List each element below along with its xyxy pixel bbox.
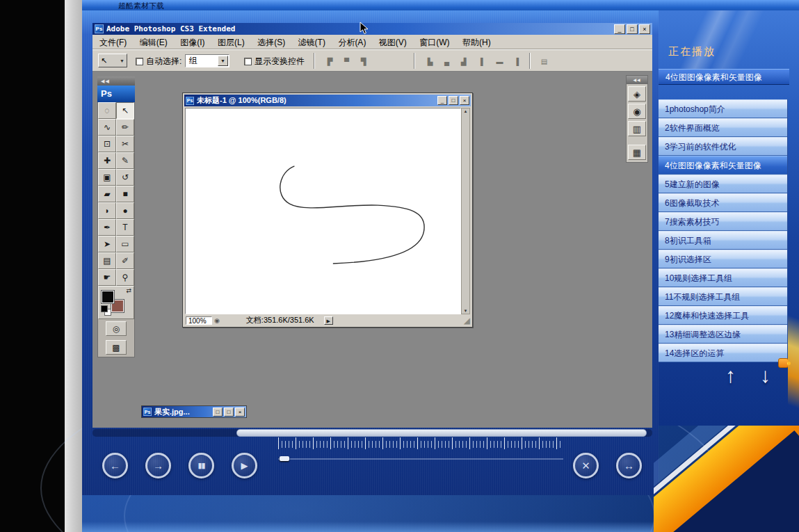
distribute-vcenter-icon[interactable]: ▄ bbox=[440, 55, 453, 67]
playlist-item[interactable]: 12魔棒和快速选择工具 bbox=[659, 306, 787, 325]
playlist-item[interactable]: 7搜索素材技巧 bbox=[659, 212, 787, 231]
menu-file[interactable]: 文件(F) bbox=[95, 35, 131, 49]
tool-type[interactable]: T bbox=[116, 219, 134, 236]
tool-eyedropper[interactable]: ✐ bbox=[116, 252, 134, 269]
auto-select-option[interactable]: 自动选择: bbox=[136, 56, 181, 67]
status-menu-arrow-icon[interactable]: ▶ bbox=[324, 316, 333, 325]
zoom-level[interactable]: 100% bbox=[186, 316, 212, 325]
tool-gradient[interactable]: ■ bbox=[116, 186, 134, 202]
doc-close-button[interactable]: × bbox=[460, 96, 469, 105]
screen-mode-button[interactable]: ▩ bbox=[106, 340, 127, 355]
player-scrollbar-thumb[interactable] bbox=[236, 429, 647, 437]
playlist-item[interactable]: 9初识选择区 bbox=[659, 250, 787, 268]
tool-lasso[interactable]: ∿ bbox=[98, 119, 116, 136]
align-top-icon[interactable]: ▛ bbox=[323, 55, 337, 67]
distribute-hcenter-icon[interactable]: ▬ bbox=[493, 55, 506, 67]
ps-titlebar[interactable]: Ps Adobe Photoshop CS3 Extended _ □ × bbox=[92, 23, 652, 35]
dropdown-arrow-icon[interactable]: ▼ bbox=[218, 56, 228, 66]
tool-quick-select[interactable]: ✏ bbox=[116, 119, 134, 136]
tool-zoom[interactable]: ⚲ bbox=[116, 269, 134, 286]
min-close-button[interactable]: × bbox=[235, 408, 245, 417]
playlist-item[interactable]: 8初识工具箱 bbox=[659, 231, 787, 250]
resize-player-button[interactable]: ↔ bbox=[616, 453, 642, 478]
min-restore-button[interactable]: □ bbox=[213, 408, 223, 417]
tool-slice[interactable]: ✂ bbox=[116, 136, 134, 152]
next-button[interactable]: → bbox=[145, 453, 171, 478]
quick-mask-button[interactable]: ◎ bbox=[106, 321, 127, 336]
doc-maximize-button[interactable]: □ bbox=[449, 96, 458, 105]
menu-analysis[interactable]: 分析(A) bbox=[333, 35, 371, 49]
previous-button[interactable]: ← bbox=[102, 453, 128, 478]
distribute-right-icon[interactable]: ▐ bbox=[510, 55, 523, 67]
canvas[interactable] bbox=[185, 108, 461, 314]
playlist-scroll-down[interactable]: ↓ bbox=[760, 364, 770, 387]
document-titlebar[interactable]: Ps 未标题-1 @ 100%(RGB/8) _ □ × bbox=[184, 95, 471, 106]
menu-edit[interactable]: 编辑(E) bbox=[135, 35, 172, 49]
menu-filter[interactable]: 滤镜(T) bbox=[293, 35, 330, 49]
playlist-item[interactable]: 1photoshop简介 bbox=[659, 99, 787, 118]
palette-histogram-icon[interactable]: ▥ bbox=[628, 121, 646, 136]
workspace-icon[interactable]: ▤ bbox=[538, 55, 551, 67]
tool-path-select[interactable]: ➤ bbox=[98, 236, 116, 252]
playlist-item[interactable]: 6图像截取技术 bbox=[659, 193, 787, 212]
playlist-item[interactable]: 2软件界面概览 bbox=[659, 118, 787, 137]
tool-clone-stamp[interactable]: ▣ bbox=[98, 169, 116, 186]
resize-grip[interactable]: ◢ bbox=[464, 317, 470, 324]
seek-track[interactable] bbox=[278, 458, 563, 460]
tool-notes[interactable]: ▤ bbox=[98, 252, 116, 269]
collapse-dock-icon[interactable]: ◀◀ bbox=[627, 76, 647, 84]
menu-image[interactable]: 图像(I) bbox=[175, 35, 209, 49]
vertical-scrollbar[interactable]: ▲ ▼ bbox=[461, 108, 470, 314]
playlist-item-current[interactable]: 4位图图像像素和矢量图像 bbox=[659, 156, 787, 175]
minimized-document[interactable]: Ps 果实.jpg... □ □ × bbox=[141, 405, 247, 418]
tool-move[interactable]: ↖ bbox=[116, 102, 134, 119]
playlist-item[interactable]: 13精细调整选区边缘 bbox=[659, 325, 787, 344]
align-vcenter-icon[interactable]: ▀ bbox=[340, 55, 353, 67]
default-colors-icon[interactable] bbox=[101, 305, 112, 316]
swap-colors-icon[interactable]: ⇄ bbox=[126, 287, 131, 294]
tool-marquee[interactable]: ◌ bbox=[98, 102, 116, 119]
playlist-item[interactable]: 10规则选择工具组 bbox=[659, 268, 787, 287]
show-transform-option[interactable]: 显示变换控件 bbox=[244, 56, 305, 67]
auto-select-checkbox[interactable] bbox=[136, 58, 143, 65]
show-transform-checkbox[interactable] bbox=[244, 58, 252, 65]
menu-layer[interactable]: 图层(L) bbox=[213, 35, 250, 49]
distribute-left-icon[interactable]: ▌ bbox=[476, 55, 490, 67]
playlist-item[interactable]: 5建立新的图像 bbox=[659, 175, 787, 193]
group-select[interactable]: 组 ▼ bbox=[185, 54, 229, 67]
scroll-down-icon[interactable]: ▼ bbox=[462, 309, 469, 313]
palette-navigator-icon[interactable]: ◉ bbox=[628, 104, 646, 119]
tool-shape[interactable]: ▭ bbox=[116, 236, 134, 252]
playlist-scroll-up[interactable]: ↑ bbox=[725, 364, 736, 387]
tool-history-brush[interactable]: ↺ bbox=[116, 169, 134, 186]
tool-blur[interactable]: ◗ bbox=[98, 202, 116, 219]
distribute-bottom-icon[interactable]: ▟ bbox=[457, 55, 470, 67]
video-area[interactable]: Ps Adobe Photoshop CS3 Extended _ □ × 文件… bbox=[92, 23, 652, 428]
playlist-item[interactable]: 11不规则选择工具组 bbox=[659, 287, 787, 306]
close-player-button[interactable]: ✕ bbox=[573, 453, 599, 478]
palette-swatches-icon[interactable]: ▦ bbox=[628, 145, 646, 160]
tool-healing-brush[interactable]: ✚ bbox=[98, 152, 116, 169]
tool-dodge[interactable]: ● bbox=[116, 202, 134, 219]
menu-window[interactable]: 窗口(W) bbox=[414, 35, 454, 49]
tool-hand[interactable]: ☛ bbox=[98, 269, 116, 286]
tool-pen[interactable]: ✒ bbox=[98, 219, 116, 236]
distribute-top-icon[interactable]: ▙ bbox=[423, 55, 437, 67]
min-maximize-button[interactable]: □ bbox=[224, 408, 234, 417]
doc-minimize-button[interactable]: _ bbox=[437, 96, 447, 105]
info-icon[interactable]: ◉ bbox=[214, 317, 220, 324]
align-bottom-icon[interactable]: ▜ bbox=[357, 55, 370, 67]
collapse-toolbox-icon[interactable]: ◀◀ bbox=[97, 76, 135, 86]
scroll-up-icon[interactable]: ▲ bbox=[462, 109, 469, 113]
ps-restore-button[interactable]: □ bbox=[627, 24, 638, 34]
pause-button[interactable]: ▮▮ bbox=[188, 453, 214, 478]
menu-select[interactable]: 选择(S) bbox=[252, 35, 290, 49]
tray-notification-icon[interactable] bbox=[778, 358, 789, 368]
playlist-item[interactable]: 3学习前的软件优化 bbox=[659, 137, 787, 156]
palette-styles-icon[interactable]: ◈ bbox=[628, 86, 646, 102]
tool-brush[interactable]: ✎ bbox=[116, 152, 134, 169]
playlist-item[interactable]: 14选择区的运算 bbox=[659, 344, 787, 362]
menu-help[interactable]: 帮助(H) bbox=[458, 35, 496, 49]
tool-preset-button[interactable]: ↖ ▼ bbox=[98, 54, 127, 67]
ps-close-button[interactable]: × bbox=[639, 24, 650, 34]
